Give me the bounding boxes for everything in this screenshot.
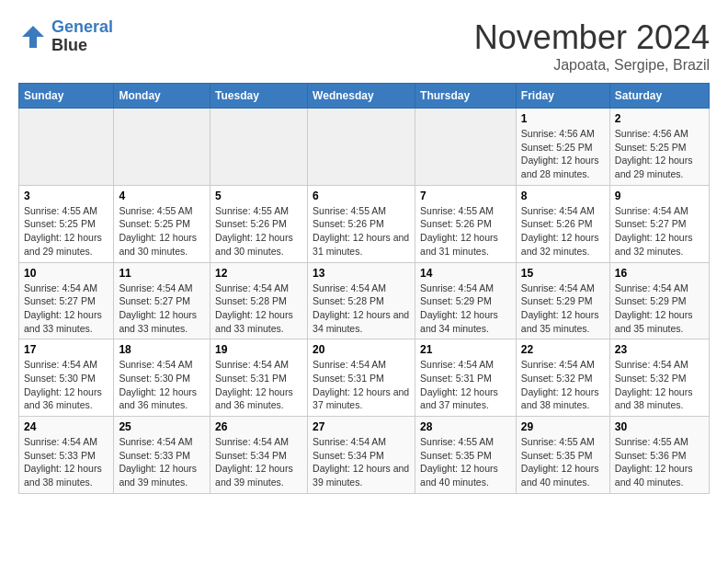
day-number: 27 (313, 420, 410, 433)
calendar-cell: 21Sunrise: 4:54 AM Sunset: 5:31 PM Dayli… (415, 339, 517, 417)
day-info: Sunrise: 4:54 AM Sunset: 5:29 PM Dayligh… (420, 282, 511, 336)
day-number: 29 (521, 420, 605, 433)
calendar-cell (19, 109, 114, 186)
day-number: 7 (420, 190, 511, 202)
day-info: Sunrise: 4:55 AM Sunset: 5:26 PM Dayligh… (313, 204, 410, 259)
day-info: Sunrise: 4:54 AM Sunset: 5:29 PM Dayligh… (521, 282, 605, 336)
day-info: Sunrise: 4:54 AM Sunset: 5:27 PM Dayligh… (615, 204, 704, 259)
weekday-header: Saturday (609, 84, 709, 109)
day-number: 8 (521, 190, 605, 202)
calendar-cell: 8Sunrise: 4:54 AM Sunset: 5:26 PM Daylig… (516, 185, 609, 262)
day-number: 14 (420, 267, 511, 280)
day-info: Sunrise: 4:54 AM Sunset: 5:27 PM Dayligh… (119, 282, 205, 336)
logo-icon (18, 22, 48, 52)
weekday-header: Thursday (415, 84, 517, 109)
day-info: Sunrise: 4:54 AM Sunset: 5:28 PM Dayligh… (313, 282, 410, 336)
day-info: Sunrise: 4:55 AM Sunset: 5:35 PM Dayligh… (521, 435, 605, 489)
calendar-cell: 18Sunrise: 4:54 AM Sunset: 5:30 PM Dayli… (114, 339, 210, 417)
day-info: Sunrise: 4:54 AM Sunset: 5:34 PM Dayligh… (215, 435, 302, 489)
day-number: 4 (119, 190, 205, 202)
day-number: 21 (420, 343, 511, 356)
day-number: 26 (215, 420, 302, 433)
day-info: Sunrise: 4:55 AM Sunset: 5:26 PM Dayligh… (420, 204, 511, 259)
day-number: 20 (313, 343, 410, 356)
day-info: Sunrise: 4:54 AM Sunset: 5:28 PM Dayligh… (215, 282, 302, 336)
calendar-cell: 24Sunrise: 4:54 AM Sunset: 5:33 PM Dayli… (19, 417, 114, 494)
day-number: 2 (615, 112, 704, 125)
day-info: Sunrise: 4:54 AM Sunset: 5:30 PM Dayligh… (24, 358, 108, 412)
logo: General Blue (18, 18, 113, 55)
day-number: 24 (24, 420, 108, 433)
weekday-header: Friday (516, 84, 609, 109)
day-info: Sunrise: 4:54 AM Sunset: 5:31 PM Dayligh… (313, 358, 410, 412)
day-number: 1 (521, 112, 605, 125)
day-number: 18 (119, 343, 205, 356)
day-number: 9 (615, 190, 704, 202)
calendar-cell: 16Sunrise: 4:54 AM Sunset: 5:29 PM Dayli… (609, 262, 709, 339)
day-info: Sunrise: 4:55 AM Sunset: 5:25 PM Dayligh… (119, 204, 205, 259)
calendar-cell: 22Sunrise: 4:54 AM Sunset: 5:32 PM Dayli… (516, 339, 609, 417)
day-number: 23 (615, 343, 704, 356)
calendar-cell: 3Sunrise: 4:55 AM Sunset: 5:25 PM Daylig… (19, 185, 114, 262)
calendar-cell: 5Sunrise: 4:55 AM Sunset: 5:26 PM Daylig… (210, 185, 308, 262)
day-number: 10 (24, 267, 108, 280)
calendar-cell: 14Sunrise: 4:54 AM Sunset: 5:29 PM Dayli… (415, 262, 517, 339)
day-number: 25 (119, 420, 205, 433)
calendar-cell: 1Sunrise: 4:56 AM Sunset: 5:25 PM Daylig… (516, 109, 609, 186)
calendar-week-row: 10Sunrise: 4:54 AM Sunset: 5:27 PM Dayli… (19, 262, 710, 339)
logo-line1: General (51, 17, 113, 36)
calendar-cell: 2Sunrise: 4:56 AM Sunset: 5:25 PM Daylig… (609, 109, 709, 186)
calendar-cell: 6Sunrise: 4:55 AM Sunset: 5:26 PM Daylig… (308, 185, 415, 262)
calendar-cell (210, 109, 308, 186)
svg-marker-0 (22, 26, 44, 48)
weekday-header: Monday (114, 84, 210, 109)
weekday-header: Wednesday (308, 84, 415, 109)
location-title: Japoata, Sergipe, Brazil (474, 57, 710, 74)
day-number: 13 (313, 267, 410, 280)
day-number: 3 (24, 190, 108, 202)
day-info: Sunrise: 4:54 AM Sunset: 5:32 PM Dayligh… (521, 358, 605, 412)
day-info: Sunrise: 4:54 AM Sunset: 5:29 PM Dayligh… (615, 282, 704, 336)
weekday-header: Tuesday (210, 84, 308, 109)
calendar-cell: 9Sunrise: 4:54 AM Sunset: 5:27 PM Daylig… (609, 185, 709, 262)
day-info: Sunrise: 4:55 AM Sunset: 5:26 PM Dayligh… (215, 204, 302, 259)
calendar-cell: 20Sunrise: 4:54 AM Sunset: 5:31 PM Dayli… (308, 339, 415, 417)
calendar-cell: 26Sunrise: 4:54 AM Sunset: 5:34 PM Dayli… (210, 417, 308, 494)
day-number: 15 (521, 267, 605, 280)
day-info: Sunrise: 4:54 AM Sunset: 5:27 PM Dayligh… (24, 282, 108, 336)
day-info: Sunrise: 4:54 AM Sunset: 5:31 PM Dayligh… (215, 358, 302, 412)
calendar-cell: 13Sunrise: 4:54 AM Sunset: 5:28 PM Dayli… (308, 262, 415, 339)
day-number: 19 (215, 343, 302, 356)
day-info: Sunrise: 4:54 AM Sunset: 5:33 PM Dayligh… (119, 435, 205, 489)
calendar-week-row: 17Sunrise: 4:54 AM Sunset: 5:30 PM Dayli… (19, 339, 710, 417)
title-section: November 2024 Japoata, Sergipe, Brazil (474, 18, 710, 74)
calendar-week-row: 24Sunrise: 4:54 AM Sunset: 5:33 PM Dayli… (19, 417, 710, 494)
calendar-cell: 12Sunrise: 4:54 AM Sunset: 5:28 PM Dayli… (210, 262, 308, 339)
calendar-week-row: 3Sunrise: 4:55 AM Sunset: 5:25 PM Daylig… (19, 185, 710, 262)
calendar-cell: 4Sunrise: 4:55 AM Sunset: 5:25 PM Daylig… (114, 185, 210, 262)
day-number: 5 (215, 190, 302, 202)
day-info: Sunrise: 4:54 AM Sunset: 5:32 PM Dayligh… (615, 358, 704, 412)
calendar-cell: 27Sunrise: 4:54 AM Sunset: 5:34 PM Dayli… (308, 417, 415, 494)
day-info: Sunrise: 4:54 AM Sunset: 5:31 PM Dayligh… (420, 358, 511, 412)
day-info: Sunrise: 4:54 AM Sunset: 5:34 PM Dayligh… (313, 435, 410, 489)
day-number: 22 (521, 343, 605, 356)
calendar-cell: 15Sunrise: 4:54 AM Sunset: 5:29 PM Dayli… (516, 262, 609, 339)
page-header: General Blue November 2024 Japoata, Serg… (18, 18, 710, 74)
day-info: Sunrise: 4:55 AM Sunset: 5:35 PM Dayligh… (420, 435, 511, 489)
calendar-cell: 11Sunrise: 4:54 AM Sunset: 5:27 PM Dayli… (114, 262, 210, 339)
calendar-week-row: 1Sunrise: 4:56 AM Sunset: 5:25 PM Daylig… (19, 109, 710, 186)
weekday-header: Sunday (19, 84, 114, 109)
calendar-cell: 19Sunrise: 4:54 AM Sunset: 5:31 PM Dayli… (210, 339, 308, 417)
day-number: 6 (313, 190, 410, 202)
day-info: Sunrise: 4:54 AM Sunset: 5:26 PM Dayligh… (521, 204, 605, 259)
calendar-cell: 28Sunrise: 4:55 AM Sunset: 5:35 PM Dayli… (415, 417, 517, 494)
day-info: Sunrise: 4:54 AM Sunset: 5:33 PM Dayligh… (24, 435, 108, 489)
calendar-cell (308, 109, 415, 186)
calendar-cell (114, 109, 210, 186)
day-info: Sunrise: 4:55 AM Sunset: 5:36 PM Dayligh… (615, 435, 704, 489)
day-number: 30 (615, 420, 704, 433)
day-info: Sunrise: 4:55 AM Sunset: 5:25 PM Dayligh… (24, 204, 108, 259)
calendar-cell (415, 109, 517, 186)
day-info: Sunrise: 4:56 AM Sunset: 5:25 PM Dayligh… (521, 127, 605, 181)
